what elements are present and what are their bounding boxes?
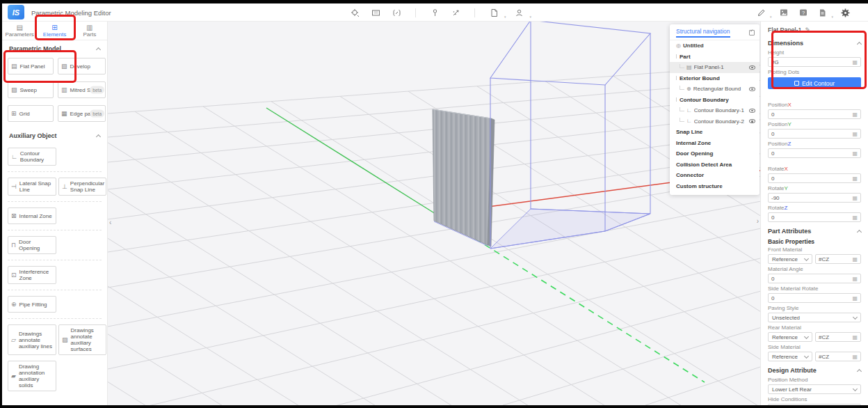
paving-style-select[interactable]: Unselected <box>768 313 861 322</box>
help-icon[interactable]: ? <box>796 6 811 19</box>
collapse-left-panel-handle[interactable]: ‹ <box>109 219 111 226</box>
contour-boundary-button[interactable]: ∟ Contour Boundary <box>8 148 56 166</box>
position-y-input[interactable]: 0 ▦ <box>768 129 861 139</box>
keyboard-icon[interactable] <box>368 6 383 19</box>
rear-material-code-input[interactable]: #CZ ▦ <box>815 332 861 342</box>
develop-button[interactable]: ▧ Develop <box>58 58 106 74</box>
nav-item-snap-line[interactable]: Snap Line <box>670 127 760 138</box>
section-dimensions[interactable]: Dimensions <box>761 36 868 48</box>
calculator-icon[interactable]: ▦ <box>852 195 858 201</box>
calculator-icon[interactable]: ▦ <box>852 276 858 282</box>
material-angle-input[interactable]: 0 ▦ <box>768 274 861 283</box>
calculator-icon[interactable]: ▦ <box>852 214 858 221</box>
pipe-fitting-button[interactable]: ⊕ Pipe Fitting <box>8 296 56 313</box>
door-opening-button[interactable]: ⊓ Door Opening <box>8 236 56 254</box>
dropdown-caret-icon[interactable]: ▾ <box>770 15 772 19</box>
rotate-y-input[interactable]: -90 ▦ <box>768 193 861 203</box>
grid-button[interactable]: ⊞ Grid <box>8 105 54 122</box>
section-parametric-model[interactable]: Parametric Model <box>2 40 107 55</box>
nav-item-internal-zone[interactable]: Internal Zone <box>670 138 760 149</box>
document-icon[interactable] <box>815 6 830 19</box>
position-method-select[interactable]: Lower Left Rear <box>768 384 861 394</box>
tab-parts[interactable]: ▥ Parts <box>72 22 107 40</box>
edge-panel-button[interactable]: ▦ Edge panel beta <box>58 105 106 122</box>
nav-label: Connector <box>676 172 755 178</box>
structural-navigation-title[interactable]: Structural navigation <box>676 28 730 38</box>
calculator-icon[interactable]: ▦ <box>852 150 858 157</box>
section-design-attribute[interactable]: Design Attribute <box>761 363 868 375</box>
nav-root-untitled[interactable]: ◎ Untitled <box>670 40 760 52</box>
tab-parameters[interactable]: ▤ Parameters <box>2 22 37 40</box>
tab-elements[interactable]: ⊞ Elements <box>37 22 72 40</box>
side-material-code-input[interactable]: #CZ ▦ <box>815 352 861 361</box>
collapse-right-panel-handle[interactable]: › <box>757 218 759 225</box>
drawings-annotate-lines-button[interactable]: ▱ Drawings annotate auxiliary lines <box>8 324 56 355</box>
nav-item-connector[interactable]: Connector <box>670 170 760 181</box>
nav-item-door-opening[interactable]: Door Opening <box>670 148 760 159</box>
height-input[interactable]: #G ▦ <box>768 57 861 67</box>
pin-icon[interactable] <box>427 6 442 19</box>
lateral-snap-line-button[interactable]: ⊣ Lateral Snap Line <box>8 178 56 196</box>
document-icon[interactable] <box>486 6 501 19</box>
dimension-style-icon[interactable] <box>389 6 404 19</box>
calculator-icon[interactable]: ▦ <box>852 175 858 182</box>
nav-item-flat-panel-1[interactable]: ▤ Flat Panel-1 <box>670 62 760 73</box>
field-label: RotateY <box>768 185 861 191</box>
user-icon[interactable] <box>512 6 527 19</box>
image-icon[interactable] <box>776 6 791 19</box>
front-material-code-input[interactable]: #CZ ▦ <box>815 254 861 264</box>
interference-zone-button[interactable]: ⊡ Interference Zone <box>8 266 56 284</box>
position-z-input[interactable]: 0 ▦ <box>768 148 861 158</box>
visibility-eye-icon[interactable] <box>749 109 755 113</box>
dropdown-caret-icon[interactable]: ▾ <box>504 15 506 19</box>
visibility-eye-icon[interactable] <box>749 119 755 123</box>
nav-group-exterior-bound[interactable]: Exterior Bound <box>670 73 760 84</box>
calculator-icon[interactable]: ▦ <box>852 111 858 118</box>
nav-item-custom-structure[interactable]: Custom structure <box>670 181 760 192</box>
drawing-annotation-solids-button[interactable]: ▰ Drawing annotation auxiliary solids <box>8 361 56 391</box>
rotate-x-input[interactable]: 0 ▦ <box>768 173 861 183</box>
rename-pencil-icon[interactable]: ✎ <box>805 26 811 33</box>
front-material-select[interactable]: Reference <box>768 254 812 264</box>
hide-conditions-select[interactable]: No <box>768 404 861 405</box>
internal-zone-button[interactable]: ⊠ Internal Zone <box>8 207 56 224</box>
calculator-icon[interactable]: ▦ <box>852 59 858 65</box>
edit-contour-button[interactable]: Edit Contour <box>768 77 861 89</box>
visibility-eye-icon[interactable] <box>749 65 755 70</box>
perpendicular-snap-line-button[interactable]: ⊥ Perpendicular Snap Line <box>58 178 106 196</box>
measure-settings-icon[interactable] <box>347 6 362 19</box>
dock-panel-icon[interactable] <box>749 30 755 36</box>
collapse-chevron-icon <box>96 134 101 139</box>
dropdown-caret-icon[interactable]: ▾ <box>832 15 834 19</box>
viewport-3d[interactable]: ‹ › <box>108 22 760 405</box>
mitred-sweep-button[interactable]: ▥ Mitred Swee beta <box>58 81 106 98</box>
side-material-rotate-input[interactable]: 0 ▦ <box>768 293 861 303</box>
calculator-icon[interactable]: ▦ <box>852 354 858 360</box>
visibility-eye-icon[interactable] <box>749 87 755 91</box>
snap-angle-icon[interactable] <box>448 6 463 19</box>
dropdown-caret-icon[interactable]: ▾ <box>530 15 532 19</box>
sweep-button[interactable]: ▨ Sweep <box>8 81 54 98</box>
nav-item-collision-detect-area[interactable]: Collision Detect Area <box>670 159 760 171</box>
nav-item-rectangular-bound[interactable]: ⊕ Rectangular Bound <box>670 84 760 95</box>
section-auxiliary-object[interactable]: Auxiliary Object <box>2 127 107 142</box>
flat-panel-button[interactable]: ▤ Flat Panel <box>8 58 54 74</box>
flat-panel-solid[interactable] <box>433 109 495 246</box>
nav-group-part[interactable]: Part <box>670 52 760 63</box>
position-x-input[interactable]: 0 ▦ <box>768 109 861 119</box>
calculator-icon[interactable]: ▦ <box>852 334 858 340</box>
rotate-z-input[interactable]: 0 ▦ <box>768 212 861 222</box>
drawings-annotate-surfaces-button[interactable]: ▨ Drawings annotate auxiliary surfaces <box>58 324 106 355</box>
calculator-icon[interactable]: ▦ <box>852 256 858 262</box>
section-part-attributes[interactable]: Part Attributes <box>761 224 868 236</box>
nav-group-contour-boundary[interactable]: Contour Boundary <box>670 95 760 106</box>
settings-gear-icon[interactable] <box>837 6 853 19</box>
side-material-select[interactable]: Reference <box>768 352 812 361</box>
edit-pencil-icon[interactable] <box>753 6 769 19</box>
nav-item-contour-boundary-1[interactable]: ∟ Contour Boundary-1 <box>670 105 760 116</box>
field-rotate-z: RotateZ 0 ▦ <box>768 205 861 222</box>
nav-item-contour-boundary-2[interactable]: ∟ Contour Boundary-2 <box>670 116 760 127</box>
calculator-icon[interactable]: ▦ <box>852 295 858 301</box>
rear-material-select[interactable]: Reference <box>768 332 812 342</box>
calculator-icon[interactable]: ▦ <box>852 131 858 137</box>
